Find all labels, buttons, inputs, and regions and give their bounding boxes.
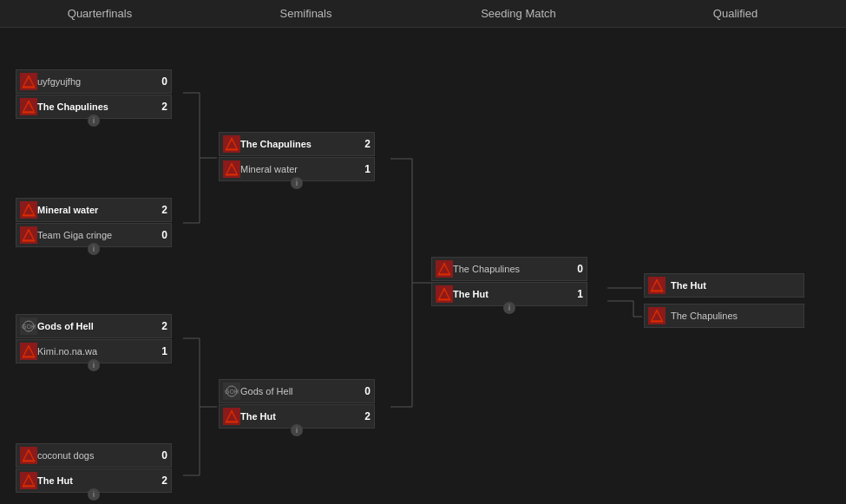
info-button[interactable]: i xyxy=(88,488,100,501)
dota-icon xyxy=(20,447,37,464)
dota-icon xyxy=(223,160,240,178)
qualified-entry-2: The Chapulines xyxy=(644,304,804,328)
table-row: coconut dogs 0 xyxy=(16,443,172,468)
team-score: 2 xyxy=(155,204,167,216)
info-button[interactable]: i xyxy=(503,302,515,314)
qf-match-4: coconut dogs 0 The Hut 2 i xyxy=(16,443,172,494)
qf-match-3: GOH Gods of Hell 2 Kimi.no.na.wa 1 i xyxy=(16,314,172,364)
info-button[interactable]: i xyxy=(88,115,100,127)
team-name: The Chapulines xyxy=(453,264,571,274)
seeding-header: Seeding Match xyxy=(412,0,625,28)
team-score: 2 xyxy=(155,475,167,487)
sf-match-1: The Chapulines 2 Mineral water 1 i xyxy=(219,132,375,182)
qf-match-2: Mineral water 2 Team Giga cringe 0 i xyxy=(16,198,172,248)
round-qualified: Qualified The Hut The Chapulines xyxy=(625,0,846,504)
dota-icon xyxy=(20,73,37,90)
table-row: The Chapulines 0 xyxy=(431,257,587,281)
round-quarterfinals: Quarterfinals uyfgyujfhg 0 The Chapul xyxy=(0,0,200,504)
table-row: GOH Gods of Hell 2 xyxy=(16,314,172,338)
svg-text:GOH: GOH xyxy=(22,324,36,330)
quarterfinals-header: Quarterfinals xyxy=(0,0,200,28)
team-score: 0 xyxy=(155,75,167,88)
dota-icon xyxy=(223,135,240,153)
table-row: GOH Gods of Hell 0 xyxy=(219,379,375,403)
semifinals-header: Semifinals xyxy=(200,0,412,28)
team-score: 2 xyxy=(358,410,371,422)
team-score: 0 xyxy=(358,385,371,397)
team-name: The Hut xyxy=(240,411,358,422)
team-score: 1 xyxy=(571,288,583,300)
dota-icon xyxy=(20,472,37,489)
table-row: The Chapulines 2 xyxy=(219,132,375,156)
team-name: The Chapulines xyxy=(240,139,358,149)
table-row: Mineral water 2 xyxy=(16,198,172,222)
team-name: Mineral water xyxy=(37,205,155,215)
team-score: 0 xyxy=(571,263,583,275)
team-name: Gods of Hell xyxy=(37,321,155,331)
info-button[interactable]: i xyxy=(88,243,100,255)
dota-icon xyxy=(648,307,666,324)
team-score: 2 xyxy=(358,138,371,150)
info-button[interactable]: i xyxy=(88,359,100,371)
dota-icon xyxy=(436,285,453,303)
team-name: The Hut xyxy=(37,475,155,486)
dota-icon xyxy=(436,260,453,278)
bracket-container: Quarterfinals uyfgyujfhg 0 The Chapul xyxy=(0,0,846,504)
team-score: 1 xyxy=(155,345,167,357)
team-name: Kimi.no.na.wa xyxy=(37,346,155,357)
team-score: 1 xyxy=(358,163,371,175)
team-name: The Hut xyxy=(453,289,571,299)
dota-icon xyxy=(20,343,37,360)
dota-icon xyxy=(223,408,240,425)
dota-icon xyxy=(20,201,37,219)
qf-match-1: uyfgyujfhg 0 The Chapulines 2 i xyxy=(16,69,172,120)
qualified-header: Qualified xyxy=(625,0,846,28)
team-score: 2 xyxy=(155,101,167,113)
sf-match-2: GOH Gods of Hell 0 The Hut 2 i xyxy=(219,379,375,429)
dota-icon xyxy=(20,98,37,115)
seeding-match-1: The Chapulines 0 The Hut 1 i xyxy=(431,257,587,307)
table-row: uyfgyujfhg 0 xyxy=(16,69,172,94)
team-name: coconut dogs xyxy=(37,450,155,461)
team-score: 0 xyxy=(155,229,167,241)
qualified-entry-1: The Hut xyxy=(644,273,804,298)
info-button[interactable]: i xyxy=(291,424,303,436)
qualified-team-name: The Hut xyxy=(671,280,800,291)
gods-icon: GOH xyxy=(20,317,37,335)
qualified-team-name: The Chapulines xyxy=(671,311,800,321)
gods-icon: GOH xyxy=(223,383,240,400)
team-name: The Chapulines xyxy=(37,101,155,112)
team-name: Gods of Hell xyxy=(240,386,358,396)
info-button[interactable]: i xyxy=(291,177,303,189)
team-score: 0 xyxy=(155,449,167,461)
svg-text:GOH: GOH xyxy=(225,389,239,395)
team-name: uyfgyujfhg xyxy=(37,76,155,87)
team-name: Mineral water xyxy=(240,164,358,174)
team-name: Team Giga cringe xyxy=(37,230,155,240)
team-score: 2 xyxy=(155,320,167,332)
dota-icon xyxy=(648,277,666,294)
dota-icon xyxy=(20,226,37,244)
round-semifinals: Semifinals The Chapulines 2 Mineral w xyxy=(200,0,412,504)
round-seeding: Seeding Match The Chapulines 0 The Hu xyxy=(412,0,625,504)
